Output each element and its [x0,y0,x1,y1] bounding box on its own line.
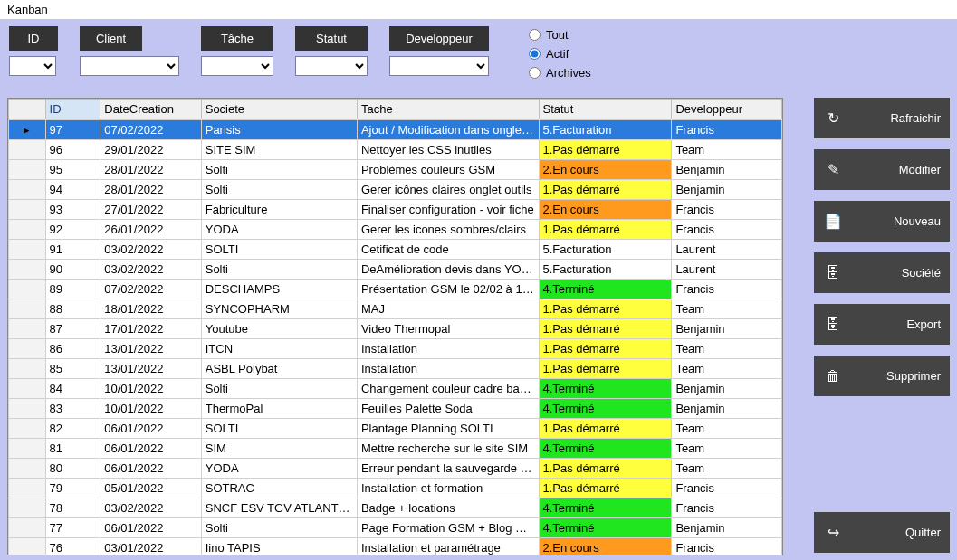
cell-tache: Video Thermopal [357,319,539,339]
cell-tache: Erreur pendant la sauvegarde vers [357,459,539,479]
cell-dev: Team [672,339,782,359]
cell-societe: SOLTI [201,419,357,439]
cell-dev: Francis [672,120,782,140]
filter-statut-select[interactable] [295,56,368,76]
cell-statut: 5.Facturation [539,120,672,140]
table-row[interactable]: 8513/01/2022ASBL PolybatInstallation1.Pa… [9,359,782,379]
col-header-dev[interactable]: Developpeur [672,100,782,119]
table-row[interactable]: 8106/01/2022SIMMettre recherche sur le s… [9,439,782,459]
filter-statut-button[interactable]: Statut [295,26,368,51]
table-row[interactable]: 8206/01/2022SOLTIPlantage Planning SOLTI… [9,419,782,439]
col-header-date[interactable]: DateCreation [100,100,201,119]
cell-id: 89 [45,280,100,299]
cell-id: 79 [45,479,100,498]
filter-dev-button[interactable]: Developpeur [389,26,489,51]
cell-tache: Installation et formation [357,479,539,498]
filter-client-select[interactable] [80,56,179,76]
table-row[interactable]: 9528/01/2022SoltiProblèmes couleurs GSM2… [9,160,782,180]
table-row[interactable]: 8717/01/2022YoutubeVideo Thermopal1.Pas … [9,319,782,339]
table-row[interactable]: 8006/01/2022YODAErreur pendant la sauveg… [9,459,782,479]
table-row[interactable]: 7603/01/2022Iino TAPISInstallation et pa… [9,538,782,555]
table-row[interactable]: 9327/01/2022FabricultureFinaliser config… [9,200,782,220]
cell-date: 03/02/2022 [100,240,201,260]
cell-dev: Benjamin [672,319,782,339]
table-row[interactable]: 7706/01/2022SoltiPage Formation GSM + Bl… [9,518,782,538]
cell-statut: 4.Terminé [539,379,672,399]
row-marker [9,299,46,319]
cell-dev: Team [672,419,782,439]
cell-date: 06/01/2022 [100,439,201,459]
cell-statut: 5.Facturation [539,240,672,260]
cell-societe: Solti [201,518,357,538]
cell-societe: YODA [201,459,357,479]
cell-date: 06/01/2022 [100,419,201,439]
table-row[interactable]: 9103/02/2022SOLTICetificat de code5.Fact… [9,240,782,260]
col-header-id[interactable]: ID [45,100,100,119]
cell-statut: 1.Pas démarré [539,459,672,479]
cell-date: 28/01/2022 [100,180,201,200]
cell-statut: 2.En cours [539,200,672,220]
filter-tache-button[interactable]: Tâche [201,26,273,51]
cell-date: 07/02/2022 [100,120,201,140]
row-marker [9,280,46,299]
table-row[interactable]: 8818/01/2022SYNCOPHARMMAJ1.Pas démarréTe… [9,299,782,319]
cell-societe: Solti [201,160,357,180]
table-row[interactable]: ▸9707/02/2022ParisisAjout / Modification… [9,120,782,140]
filter-client-button[interactable]: Client [80,26,142,51]
table-row[interactable]: 9003/02/2022SoltiDeAmélioration devis da… [9,260,782,280]
cell-dev: Francis [672,280,782,299]
refresh-button[interactable]: ↻Rafraichir [814,98,950,138]
cell-id: 83 [45,399,100,419]
exit-icon: ↪ [823,524,843,541]
status-filter-tout[interactable]: Tout [529,28,591,42]
cell-statut: 1.Pas démarré [539,419,672,439]
company-button[interactable]: 🗄Société [814,252,950,293]
company-icon: 🗄 [823,265,843,281]
cell-statut: 1.Pas démarré [539,339,672,359]
table-row[interactable]: 8613/01/2022ITCNInstallation1.Pas démarr… [9,339,782,359]
new-button[interactable]: 📄Nouveau [814,201,950,242]
filter-id-select[interactable] [9,56,56,76]
table-row[interactable]: 8907/02/2022DESCHAMPSPrésentation GSM le… [9,280,782,299]
new-icon: 📄 [823,213,843,230]
filter-tache-select[interactable] [201,56,273,76]
cell-tache: Gerer les icones sombres/clairs [357,220,539,240]
col-header-tache[interactable]: Tache [357,100,539,119]
edit-button[interactable]: ✎Modifier [814,149,950,190]
table-row[interactable]: 9226/01/2022YODAGerer les icones sombres… [9,220,782,240]
quit-button[interactable]: ↪ Quitter [814,512,950,553]
filter-dev-select[interactable] [389,56,489,76]
table-row[interactable]: 9428/01/2022SoltiGerer icônes claires on… [9,180,782,200]
table-row[interactable]: 8310/01/2022ThermoPalFeuilles Palette So… [9,399,782,419]
cell-statut: 4.Terminé [539,280,672,299]
table-row[interactable]: 7905/01/2022SOTRACInstallation et format… [9,479,782,498]
cell-societe: YODA [201,220,357,240]
cell-date: 18/01/2022 [100,299,201,319]
table-row[interactable]: 7803/02/2022SNCF ESV TGV ATLANTIQUEBadge… [9,498,782,518]
cell-dev: Benjamin [672,180,782,200]
cell-statut: 1.Pas démarré [539,220,672,240]
cell-dev: Team [672,140,782,160]
col-header-marker[interactable] [9,100,46,119]
table-row[interactable]: 9629/01/2022SITE SIMNettoyer les CSS inu… [9,140,782,160]
row-marker [9,180,46,200]
grid-container: IDDateCreationSocieteTacheStatutDevelopp… [7,98,783,555]
delete-button[interactable]: 🗑Supprimer [814,356,950,396]
filter-bar: ID Client Tâche Statut Developpeur Tout … [0,19,957,80]
cell-statut: 2.En cours [539,160,672,180]
col-header-statut[interactable]: Statut [539,100,672,119]
export-button[interactable]: 🗄Export [814,304,950,345]
table-body-scroll[interactable]: ▸9707/02/2022ParisisAjout / Modification… [8,119,782,555]
cell-statut: 4.Terminé [539,518,672,538]
status-filter-archives[interactable]: Archives [529,66,591,80]
table-row[interactable]: 8410/01/2022SoltiChangement couleur cadr… [9,379,782,399]
status-filter-actif[interactable]: Actif [529,47,591,61]
row-marker [9,439,46,459]
filter-id-button[interactable]: ID [9,26,58,51]
cell-date: 03/02/2022 [100,498,201,518]
cell-date: 03/02/2022 [100,260,201,280]
col-header-societe[interactable]: Societe [201,100,357,119]
cell-id: 88 [45,299,100,319]
cell-statut: 1.Pas démarré [539,479,672,498]
cell-id: 81 [45,439,100,459]
